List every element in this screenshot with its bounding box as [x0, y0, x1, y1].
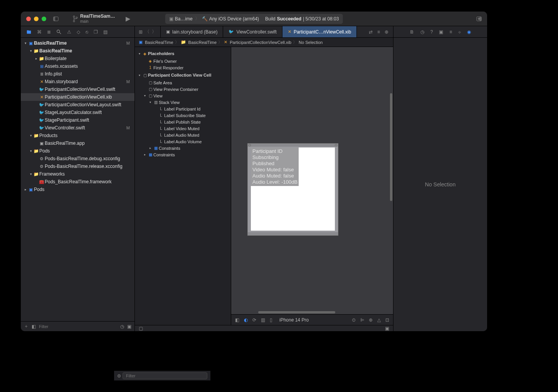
zoom-button[interactable]	[42, 17, 46, 21]
related-items-button[interactable]: ⊞	[139, 29, 143, 35]
file-inspector-tab[interactable]: 🗎	[410, 29, 414, 35]
find-navigator-tab[interactable]	[56, 29, 62, 35]
outline-item-label-video-muted[interactable]: LLabel Video Muted	[135, 125, 231, 132]
debug-view-button[interactable]: ▢	[139, 326, 143, 331]
outline-item-first-responder[interactable]: 1First Responder	[135, 64, 231, 71]
disclosure-triangle[interactable]: ▾	[29, 134, 33, 137]
nav-item-pods-basicrealtime-release-xcconfig[interactable]: ⚙Pods-BasicRealTime.release.xcconfig	[21, 162, 134, 170]
activity-view[interactable]: ▣ Ba…ime 〉 🔨 Any iOS Device (arm64) Buil…	[165, 14, 343, 24]
forward-button[interactable]: 〉	[152, 28, 156, 35]
size-inspector-tab[interactable]: ⟐	[458, 29, 461, 35]
outline-item-label-audio-muted[interactable]: LLabel Audio Muted	[135, 132, 231, 138]
nav-item-pods[interactable]: ▾📁Pods	[21, 147, 134, 155]
toggle-navigator-button[interactable]	[53, 16, 59, 22]
close-button[interactable]	[26, 17, 31, 21]
attributes-inspector-tab[interactable]: ≡	[449, 29, 452, 35]
nav-item-boilerplate[interactable]: ▸📁Boilerplate	[21, 55, 134, 62]
tab-lain-storyboard-base-[interactable]: ▣lain.storyboard (Base)	[161, 26, 223, 37]
identity-inspector-tab[interactable]: ▣	[439, 29, 443, 35]
help-inspector-tab[interactable]: ?	[430, 29, 433, 35]
minimize-button[interactable]	[34, 17, 39, 21]
nav-item-participantcollectionviewlayout-swift[interactable]: 🐦ParticipantCollectionViewLayout.swift	[21, 101, 134, 109]
symbol-navigator-tab[interactable]: ≣	[47, 29, 51, 35]
recent-filter-button[interactable]: ◷	[120, 324, 124, 329]
crumb-0[interactable]: BasicRealTime	[145, 40, 173, 45]
collection-view-cell[interactable]: Participant IDSubscribingPublishedVideo …	[247, 143, 338, 236]
disclosure-triangle[interactable]: ▾	[29, 172, 33, 176]
document-outline[interactable]: ▾◈Placeholders◈File's Owner1First Respon…	[135, 47, 231, 325]
outline-item-view[interactable]: ▾▢View	[135, 92, 231, 99]
back-button[interactable]: 〈	[145, 28, 150, 35]
outline-item-constraints[interactable]: ▸▦Constraints	[135, 145, 231, 151]
nav-item-basicrealtime[interactable]: ▾▣BasicRealTimeM	[21, 39, 134, 47]
nav-item-basicrealtime-app[interactable]: ▣BasicRealTime.app	[21, 139, 134, 147]
debug-console-button[interactable]: ▣	[385, 326, 389, 331]
jump-bar[interactable]: ▣BasicRealTime〉📁BasicRealTime〉✕Participa…	[135, 38, 393, 47]
filter-scope-button[interactable]: ◧	[32, 324, 36, 329]
test-navigator-tab[interactable]: ◇	[77, 29, 80, 35]
horizontal-scrollbar[interactable]	[258, 311, 335, 313]
disclosure-triangle[interactable]: ▸	[23, 188, 28, 191]
compare-button[interactable]: ⇄	[369, 29, 373, 35]
resize-handle-left[interactable]	[249, 144, 251, 146]
breakpoint-navigator-tab[interactable]: ❐	[94, 29, 98, 35]
nav-item-info-plist[interactable]: ≣Info.plist	[21, 70, 134, 78]
outline-filter-input[interactable]	[123, 372, 207, 379]
add-editor-button[interactable]: ⊕	[385, 29, 388, 35]
nav-item-assets-xcassets[interactable]: ⊞Assets.xcassets	[21, 62, 134, 70]
outline-item-label-participant-id[interactable]: LLabel Participant Id	[135, 106, 231, 112]
nav-item-participantcollectionviewcell-swift[interactable]: 🐦ParticipantCollectionViewCell.swift	[21, 85, 134, 93]
nav-item-main-storyboard[interactable]: ✕Main.storyboardM	[21, 78, 134, 85]
device-selector[interactable]: iPhone 14 Pro	[279, 317, 309, 323]
layout-button[interactable]: ▥	[261, 317, 265, 323]
disclosure-triangle[interactable]: ▾	[137, 74, 142, 77]
outline-item-placeholders[interactable]: ▾◈Placeholders	[135, 49, 231, 58]
nav-item-viewcontroller-swift[interactable]: 🐦ViewController.swiftM	[21, 124, 134, 132]
disclosure-triangle[interactable]: ▾	[23, 41, 28, 45]
resolve-button[interactable]: △	[377, 317, 381, 323]
vertical-scrollbar[interactable]	[390, 93, 392, 201]
report-navigator-tab[interactable]: ▤	[103, 29, 108, 35]
crumb-1[interactable]: BasicRealTime	[188, 40, 217, 45]
outline-item-label-subscribe-state[interactable]: LLabel Subscribe State	[135, 112, 231, 119]
nav-item-frameworks[interactable]: ▾📁Frameworks	[21, 170, 134, 178]
disclosure-triangle[interactable]: ▾	[29, 149, 33, 153]
source-control-navigator-tab[interactable]: ⌘	[37, 29, 42, 35]
orientation-button[interactable]: ⟳	[252, 317, 256, 323]
nav-item-pods[interactable]: ▸▣Pods	[21, 186, 134, 193]
outline-item-stack-view[interactable]: ▾▥Stack View	[135, 99, 231, 106]
connections-inspector-tab[interactable]: ◉	[467, 29, 471, 35]
nav-item-basicrealtime[interactable]: ▾📁BasicRealTime	[21, 47, 134, 55]
nav-item-products[interactable]: ▾📁Products	[21, 132, 134, 139]
embed-button[interactable]: ⊡	[385, 317, 389, 323]
adjust-editor-button[interactable]: ≡	[377, 29, 380, 35]
outline-item-constraints[interactable]: ▸▦Constraints	[135, 151, 231, 158]
outline-item-safe-area[interactable]: ▢Safe Area	[135, 79, 231, 86]
appearance-button[interactable]: ◐	[244, 317, 248, 323]
nav-item-stagelayoutcalculator-swift[interactable]: 🐦StageLayoutCalculator.swift	[21, 109, 134, 116]
debug-navigator-tab[interactable]: ⎋	[86, 29, 88, 35]
toggle-right-sidebar-button[interactable]	[476, 16, 482, 22]
crumb-2[interactable]: ParticipantCollectionViewCell.xib	[230, 40, 291, 45]
ib-canvas[interactable]: Participant IDSubscribingPublishedVideo …	[231, 47, 393, 325]
disclosure-triangle[interactable]: ▸	[143, 153, 147, 156]
crumb-3[interactable]: No Selection	[299, 40, 323, 45]
outline-item-file-s-owner[interactable]: ◈File's Owner	[135, 58, 231, 64]
nav-item-pods-basicrealtime-debug-xcconfig[interactable]: ⚙Pods-BasicRealTime.debug.xcconfig	[21, 155, 134, 162]
branch-indicator[interactable]: RealTimeSam… main	[72, 14, 115, 23]
add-button[interactable]: ＋	[24, 323, 29, 330]
cell-content-view[interactable]: Participant IDSubscribingPublishedVideo …	[251, 147, 335, 231]
scm-filter-button[interactable]: ▣	[127, 324, 131, 329]
disclosure-triangle[interactable]: ▾	[143, 94, 147, 97]
pin-button[interactable]: ⊕	[369, 317, 373, 323]
disclosure-triangle[interactable]: ▾	[137, 52, 142, 55]
issue-navigator-tab[interactable]: ⚠	[67, 29, 71, 35]
project-navigator-tab[interactable]	[26, 29, 32, 35]
nav-item-pods-basicrealtime-framework[interactable]: 🧰Pods_BasicRealTime.framework	[21, 178, 134, 186]
zoom-button[interactable]: ⊙	[352, 317, 356, 323]
disclosure-triangle[interactable]: ▸	[34, 57, 39, 60]
outline-item-view-preview-container[interactable]: ▢View Preview Container	[135, 86, 231, 92]
navigator-filter-input[interactable]	[39, 324, 117, 329]
outline-item-participant-collection-view-cell[interactable]: ▾▢Participant Collection View Cell	[135, 71, 231, 79]
nav-item-participantcollectionviewcell-xib[interactable]: ✕ParticipantCollectionViewCell.xib	[21, 93, 134, 101]
